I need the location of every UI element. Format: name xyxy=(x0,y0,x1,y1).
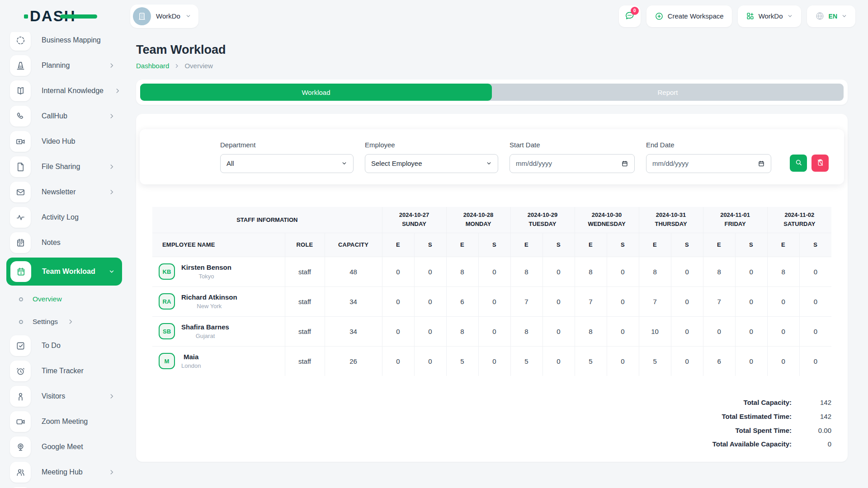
end-date-input[interactable]: mm/dd/yyyy xyxy=(646,154,771,173)
estimated-header: E xyxy=(767,233,799,257)
tab-report[interactable]: Report xyxy=(492,84,844,101)
spent-header: S xyxy=(799,233,831,257)
alarm-clock-icon xyxy=(10,361,31,381)
estimated-cell: 0 xyxy=(382,316,414,346)
sidebar-item-meeting-hub[interactable]: Meeting Hub xyxy=(0,460,128,485)
estimated-cell: 0 xyxy=(767,346,799,376)
sidebar-item-business-mapping[interactable]: Business Mapping xyxy=(0,32,128,53)
start-date-input[interactable]: mm/dd/yyyy xyxy=(509,154,635,173)
spent-cell: 0 xyxy=(478,286,510,316)
total-label: Total Available Capacity: xyxy=(711,439,792,449)
sidebar-item-activity-log[interactable]: Activity Log xyxy=(0,205,128,230)
tab-workload[interactable]: Workload xyxy=(140,84,492,101)
total-row: Total Spent Time:0.00 xyxy=(711,426,831,436)
employee-name-header: EMPLOYEE NAME xyxy=(152,233,285,257)
capacity-cell: 34 xyxy=(325,286,382,316)
calendar-icon xyxy=(10,232,31,253)
spent-header: S xyxy=(478,233,510,257)
total-value: 142 xyxy=(792,398,831,408)
day-header: 2024-10-31THURSDAY xyxy=(639,207,703,233)
end-date-filter: End Date mm/dd/yyyy xyxy=(646,141,771,173)
totals-summary: Total Capacity:142Total Estimated Time:1… xyxy=(140,398,831,449)
sidebar-item-notes[interactable]: Notes xyxy=(0,230,128,255)
spent-cell: 0 xyxy=(671,286,703,316)
estimated-cell: 7 xyxy=(510,286,542,316)
estimated-cell: 8 xyxy=(575,316,607,346)
spent-cell: 0 xyxy=(671,257,703,286)
sidebar-subitem-settings[interactable]: Settings xyxy=(0,310,128,333)
workspace-selector-label: WorkDo xyxy=(156,12,180,20)
sidebar-item-file-sharing[interactable]: File Sharing xyxy=(0,154,128,179)
spent-header: S xyxy=(542,233,575,257)
spent-cell: 0 xyxy=(671,346,703,376)
search-button[interactable] xyxy=(790,155,807,172)
create-workspace-label: Create Workspace xyxy=(668,12,724,20)
estimated-cell: 0 xyxy=(767,316,799,346)
messages-button[interactable]: 0 xyxy=(619,5,641,27)
language-code: EN xyxy=(829,13,837,20)
estimated-cell: 8 xyxy=(575,257,607,286)
sidebar-subitem-label: Overview xyxy=(33,295,62,303)
tab-track: Workload Report xyxy=(140,84,844,101)
breadcrumb: Dashboard Overview xyxy=(136,62,848,70)
spent-cell: 0 xyxy=(735,286,767,316)
estimated-cell: 8 xyxy=(446,316,478,346)
sidebar-item-google-meet[interactable]: Google Meet xyxy=(0,434,128,460)
capacity-header: CAPACITY xyxy=(325,233,382,257)
chevron-down-icon xyxy=(185,13,191,19)
workload-panel: Department All Employee Select Employee xyxy=(136,114,848,462)
sidebar-item-zoom-meeting[interactable]: Zoom Meeting xyxy=(0,409,128,434)
spent-cell: 0 xyxy=(478,346,510,376)
sidebar-item-to-do[interactable]: To Do xyxy=(0,333,128,358)
sidebar-item-feedback[interactable]: Feedback xyxy=(0,485,128,488)
employee-location: Gujarat xyxy=(181,333,229,339)
sidebar-item-newsletter[interactable]: Newsletter xyxy=(0,179,128,205)
workspace-selector[interactable]: WorkDo xyxy=(130,5,198,28)
spent-cell: 0 xyxy=(478,316,510,346)
chevron-down-icon xyxy=(108,268,115,275)
employee-filter: Employee Select Employee xyxy=(365,141,498,173)
filter-bar: Department All Employee Select Employee xyxy=(140,129,844,184)
sidebar-item-label: Newsletter xyxy=(42,188,98,196)
total-label: Total Capacity: xyxy=(711,398,792,408)
employee-cell: MMaiaLondon xyxy=(152,346,285,376)
total-label: Total Spent Time: xyxy=(711,426,792,436)
chevron-right-icon xyxy=(108,189,115,195)
sidebar-subitem-overview[interactable]: Overview xyxy=(0,288,128,310)
logo-area: DASH xyxy=(0,8,128,25)
department-select[interactable]: All xyxy=(220,154,354,173)
sidebar-subitem-label: Settings xyxy=(33,318,58,326)
workspace-menu-button[interactable]: WorkDo xyxy=(738,5,801,27)
capacity-cell: 48 xyxy=(325,257,382,286)
sidebar-item-internal-knowledge[interactable]: Internal Knowledge xyxy=(0,78,128,103)
sidebar-item-label: Notes xyxy=(42,239,115,247)
sidebar-item-team-workload[interactable]: Team Workload xyxy=(6,258,122,286)
employee-cell: RARichard AtkinsonNew York xyxy=(152,286,285,316)
main-content: Team Workload Dashboard Overview Workloa… xyxy=(128,32,868,488)
sidebar-item-visitors[interactable]: Visitors xyxy=(0,384,128,409)
employee-name: Maia xyxy=(181,353,201,361)
estimated-cell: 0 xyxy=(382,257,414,286)
sidebar-item-video-hub[interactable]: Video Hub xyxy=(0,129,128,154)
role-header: ROLE xyxy=(285,233,325,257)
reset-button[interactable] xyxy=(811,155,829,172)
breadcrumb-dashboard-link[interactable]: Dashboard xyxy=(136,62,169,70)
language-selector[interactable]: EN xyxy=(807,5,855,27)
sidebar-item-planning[interactable]: Planning xyxy=(0,53,128,78)
sidebar-item-label: Team Workload xyxy=(42,267,98,276)
table-row: SBShafira BarnesGujaratstaff340080808010… xyxy=(152,316,831,346)
estimated-cell: 5 xyxy=(575,346,607,376)
table-row: MMaiaLondonstaff2600505050506000 xyxy=(152,346,831,376)
sidebar-item-label: To Do xyxy=(42,342,115,350)
workspace-menu-label: WorkDo xyxy=(759,12,783,20)
chevron-down-icon xyxy=(486,160,492,166)
estimated-cell: 7 xyxy=(639,286,671,316)
employee-select[interactable]: Select Employee xyxy=(365,154,498,173)
sidebar-item-callhub[interactable]: CallHub xyxy=(0,103,128,129)
estimated-cell: 7 xyxy=(575,286,607,316)
building-icon xyxy=(133,7,151,25)
total-row: Total Capacity:142 xyxy=(711,398,831,408)
sidebar-item-time-tracker[interactable]: Time Tracker xyxy=(0,358,128,384)
sidebar-item-label: Planning xyxy=(42,61,98,70)
create-workspace-button[interactable]: Create Workspace xyxy=(646,5,732,27)
